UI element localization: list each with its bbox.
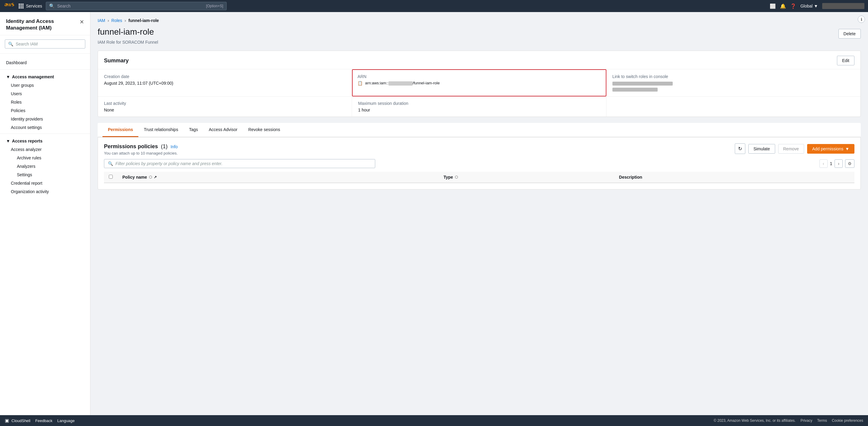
privacy-link[interactable]: Privacy bbox=[801, 419, 812, 423]
bell-icon[interactable]: 🔔 bbox=[780, 3, 786, 9]
summary-max-session: Maximum session duration 1 hour bbox=[352, 97, 606, 117]
main-content: IAM › Roles › funnel-iam-role funnel-iam… bbox=[90, 12, 868, 426]
breadcrumb-sep-2: › bbox=[124, 18, 126, 23]
nav-icons: ⬜ 🔔 ❓ Global ▼ bbox=[770, 3, 864, 9]
section-label-2: Access reports bbox=[12, 139, 42, 143]
refresh-button[interactable]: ↻ bbox=[735, 143, 745, 154]
region-selector[interactable]: Global ▼ bbox=[801, 4, 818, 8]
cloudshell-label: CloudShell bbox=[11, 419, 30, 423]
tab-tags[interactable]: Tags bbox=[184, 123, 204, 137]
add-permissions-button[interactable]: Add permissions ▼ bbox=[807, 144, 855, 154]
tabs-bar: Permissions Trust relationships Tags Acc… bbox=[98, 123, 861, 137]
sidebar-item-access-analyzer[interactable]: Access analyzer bbox=[0, 145, 90, 154]
sidebar-item-user-groups[interactable]: User groups bbox=[0, 81, 90, 90]
search-bar[interactable]: 🔍 [Option+S] bbox=[46, 2, 227, 10]
sidebar-item-organization-activity[interactable]: Organization activity bbox=[0, 187, 90, 196]
permissions-title: Permissions policies bbox=[104, 143, 158, 150]
info-link[interactable]: Info bbox=[170, 144, 178, 149]
permissions-subtitle: You can attach up to 10 managed policies… bbox=[104, 151, 178, 156]
grid-icon bbox=[19, 4, 24, 8]
breadcrumb-roles[interactable]: Roles bbox=[112, 18, 122, 23]
page-title: funnel-iam-role bbox=[98, 27, 154, 37]
sidebar-item-account-settings[interactable]: Account settings bbox=[0, 123, 90, 132]
sidebar-item-credential-report[interactable]: Credential report bbox=[0, 179, 90, 187]
sidebar-search-input[interactable] bbox=[16, 41, 82, 46]
sidebar-item-archive-rules[interactable]: Archive rules bbox=[0, 154, 90, 162]
summary-last-activity: Last activity None bbox=[98, 97, 352, 117]
sidebar-nav: Dashboard ▼ Access management User group… bbox=[0, 56, 90, 198]
language-label: Language bbox=[57, 419, 75, 423]
pagination-controls: ‹ 1 › ⚙ bbox=[819, 159, 855, 168]
account-menu[interactable] bbox=[822, 3, 864, 9]
sidebar-item-analyzers[interactable]: Analyzers bbox=[0, 162, 90, 170]
select-all-checkbox[interactable] bbox=[109, 175, 113, 179]
tab-trust-relationships[interactable]: Trust relationships bbox=[138, 123, 184, 137]
sidebar-item-roles[interactable]: Roles bbox=[0, 98, 90, 106]
info-button[interactable]: ℹ bbox=[858, 16, 865, 23]
remove-button[interactable]: Remove bbox=[778, 144, 804, 154]
chevron-down-icon-2: ▼ bbox=[6, 139, 10, 143]
sidebar-item-dashboard[interactable]: Dashboard bbox=[0, 58, 90, 67]
summary-role-link: Link to switch roles in console bbox=[607, 69, 861, 96]
cloudshell-icon: ▣ bbox=[5, 418, 9, 423]
top-nav: Services 🔍 [Option+S] ⬜ 🔔 ❓ Global ▼ bbox=[0, 0, 868, 12]
sidebar-item-identity-providers[interactable]: Identity providers bbox=[0, 115, 90, 123]
copy-icon[interactable]: 📋 bbox=[358, 81, 363, 86]
link-value bbox=[613, 81, 855, 86]
table-settings-button[interactable]: ⚙ bbox=[845, 159, 855, 168]
breadcrumb-sep-1: › bbox=[107, 18, 109, 23]
last-activity-value: None bbox=[104, 107, 346, 112]
tab-revoke-sessions[interactable]: Revoke sessions bbox=[243, 123, 286, 137]
region-label: Global bbox=[801, 4, 812, 8]
sidebar-divider-3 bbox=[0, 133, 90, 134]
simulate-button[interactable]: Simulate bbox=[748, 144, 775, 154]
filter-input[interactable] bbox=[116, 161, 371, 166]
refresh-icon: ↻ bbox=[738, 146, 742, 152]
filter-search-icon: 🔍 bbox=[108, 161, 113, 166]
cloud9-icon[interactable]: ⬜ bbox=[770, 3, 776, 9]
sidebar-item-settings[interactable]: Settings bbox=[0, 170, 90, 179]
services-label: Services bbox=[26, 4, 42, 8]
delete-button[interactable]: Delete bbox=[838, 29, 861, 39]
arn-prefix: arn:aws:iam::/funnel-iam-role bbox=[365, 81, 440, 86]
sidebar-section-access-reports[interactable]: ▼ Access reports bbox=[0, 136, 90, 145]
permissions-count: (1) bbox=[161, 143, 167, 150]
help-icon[interactable]: ❓ bbox=[790, 3, 796, 9]
sidebar-item-policies[interactable]: Policies bbox=[0, 106, 90, 115]
edit-button[interactable]: Edit bbox=[837, 56, 855, 65]
sidebar-divider bbox=[0, 53, 90, 54]
bottom-bar: ▣ CloudShell Feedback Language © 2023, A… bbox=[0, 415, 868, 426]
arn-account-blurred bbox=[389, 81, 412, 86]
sidebar: Identity and Access Management (IAM) ✕ 🔍… bbox=[0, 12, 90, 426]
filter-bar: 🔍 ‹ 1 › ⚙ bbox=[104, 159, 855, 168]
sidebar-search: 🔍 bbox=[0, 35, 90, 52]
tab-access-advisor[interactable]: Access Advisor bbox=[204, 123, 243, 137]
link-value-blurred-2 bbox=[613, 88, 658, 92]
cloudshell-button[interactable]: ▣ CloudShell bbox=[5, 418, 30, 423]
chevron-down-icon: ▼ bbox=[6, 74, 10, 79]
sidebar-close-button[interactable]: ✕ bbox=[80, 19, 84, 25]
terms-link[interactable]: Terms bbox=[817, 419, 827, 423]
summary-arn: ARN 📋 arn:aws:iam::/funnel-iam-role bbox=[352, 69, 606, 96]
max-session-label: Maximum session duration bbox=[358, 101, 600, 106]
sidebar-title: Identity and Access Management (IAM) bbox=[6, 18, 80, 31]
prev-page-button[interactable]: ‹ bbox=[819, 159, 828, 168]
feedback-button[interactable]: Feedback bbox=[35, 419, 53, 423]
filter-input-wrapper: 🔍 bbox=[104, 159, 375, 168]
services-menu[interactable]: Services bbox=[19, 4, 42, 8]
last-activity-label: Last activity bbox=[104, 101, 346, 106]
search-input[interactable] bbox=[57, 4, 204, 8]
creation-date-value: August 29, 2023, 11:07 (UTC+09:00) bbox=[104, 81, 346, 86]
next-page-button[interactable]: › bbox=[835, 159, 843, 168]
aws-logo[interactable] bbox=[4, 2, 15, 10]
type-sort[interactable]: Type ⬡ bbox=[443, 175, 458, 179]
breadcrumb-iam[interactable]: IAM bbox=[98, 18, 105, 23]
tab-permissions[interactable]: Permissions bbox=[102, 123, 138, 137]
description-header: Description bbox=[619, 175, 642, 179]
sidebar-section-access-management[interactable]: ▼ Access management bbox=[0, 71, 90, 81]
language-button[interactable]: Language bbox=[57, 419, 75, 423]
cookie-link[interactable]: Cookie preferences bbox=[832, 419, 863, 423]
arn-label: ARN bbox=[358, 74, 601, 79]
sidebar-item-users[interactable]: Users bbox=[0, 90, 90, 98]
policy-name-sort[interactable]: Policy name ⬡ ↗ bbox=[122, 175, 157, 179]
